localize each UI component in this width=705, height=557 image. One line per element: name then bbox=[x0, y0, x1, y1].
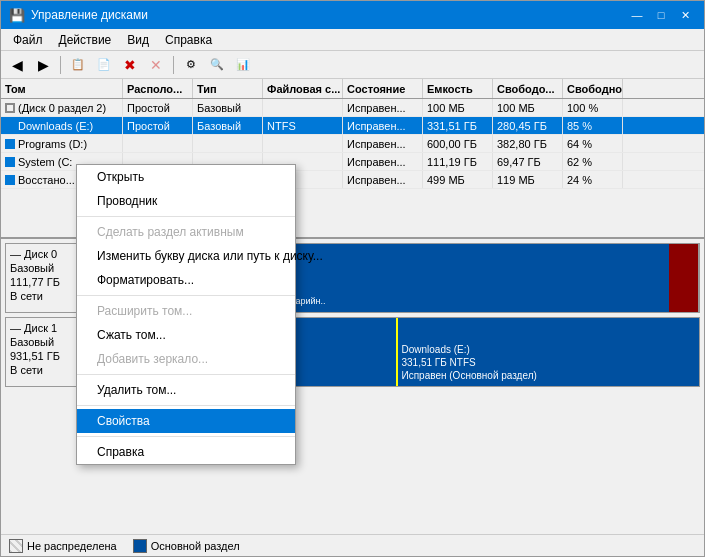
cm-open[interactable]: Открыть bbox=[77, 165, 295, 189]
td-state-3: Исправен... bbox=[343, 153, 423, 170]
header-tom: Том bbox=[1, 79, 123, 98]
legend-box-basic bbox=[133, 539, 147, 553]
volume-icon-0 bbox=[5, 103, 15, 113]
td-freep-3: 62 % bbox=[563, 153, 623, 170]
legend-unallocated: Не распределена bbox=[9, 539, 117, 553]
td-tom-0: (Диск 0 раздел 2) bbox=[1, 99, 123, 116]
td-free-0: 100 МБ bbox=[493, 99, 563, 116]
menu-view[interactable]: Вид bbox=[119, 31, 157, 49]
td-state-0: Исправен... bbox=[343, 99, 423, 116]
volume-icon-3 bbox=[5, 157, 15, 167]
forward-button[interactable]: ▶ bbox=[31, 54, 55, 76]
td-cap-1: 331,51 ГБ bbox=[423, 117, 493, 134]
action-button-1[interactable]: 📋 bbox=[66, 54, 90, 76]
td-state-1: Исправен... bbox=[343, 117, 423, 134]
td-typ-2 bbox=[193, 135, 263, 152]
td-tom-1: Downloads (E:) bbox=[1, 117, 123, 134]
td-tom-2: Programs (D:) bbox=[1, 135, 123, 152]
cm-sep-1 bbox=[77, 216, 295, 217]
td-fs-2 bbox=[263, 135, 343, 152]
volume-icon-2 bbox=[5, 139, 15, 149]
menu-help[interactable]: Справка bbox=[157, 31, 220, 49]
search-button[interactable]: 🔍 bbox=[205, 54, 229, 76]
legend-basic: Основной раздел bbox=[133, 539, 240, 553]
cm-format[interactable]: Форматировать... bbox=[77, 268, 295, 292]
delete-button[interactable]: ✖ bbox=[118, 54, 142, 76]
settings-button[interactable]: ⚙ bbox=[179, 54, 203, 76]
header-freep: Свободно % bbox=[563, 79, 623, 98]
toolbar: ◀ ▶ 📋 📄 ✖ ✕ ⚙ 🔍 📊 bbox=[1, 51, 704, 79]
cm-help[interactable]: Справка bbox=[77, 440, 295, 464]
td-rasp-1: Простой bbox=[123, 117, 193, 134]
toolbar-sep-1 bbox=[60, 56, 61, 74]
td-cap-2: 600,00 ГБ bbox=[423, 135, 493, 152]
cm-shrink[interactable]: Сжать том... bbox=[77, 323, 295, 347]
cm-sep-2 bbox=[77, 295, 295, 296]
header-state: Состояние bbox=[343, 79, 423, 98]
table-header: Том Располо... Тип Файловая с... Состоян… bbox=[1, 79, 704, 99]
header-cap: Емкость bbox=[423, 79, 493, 98]
td-freep-4: 24 % bbox=[563, 171, 623, 188]
td-freep-1: 85 % bbox=[563, 117, 623, 134]
cm-make-active: Сделать раздел активным bbox=[77, 220, 295, 244]
legend-box-unallocated bbox=[9, 539, 23, 553]
disk1-e-name: Downloads (E:) bbox=[402, 343, 696, 356]
volume-icon-1 bbox=[5, 121, 15, 131]
minimize-button[interactable]: — bbox=[626, 6, 648, 24]
cm-sep-3 bbox=[77, 374, 295, 375]
cm-change-letter[interactable]: Изменить букву диска или путь к диску... bbox=[77, 244, 295, 268]
cm-explorer[interactable]: Проводник bbox=[77, 189, 295, 213]
context-menu: Открыть Проводник Сделать раздел активны… bbox=[76, 164, 296, 465]
volume-icon-4 bbox=[5, 175, 15, 185]
td-free-3: 69,47 ГБ bbox=[493, 153, 563, 170]
td-typ-0: Базовый bbox=[193, 99, 263, 116]
td-free-1: 280,45 ГБ bbox=[493, 117, 563, 134]
main-window: 💾 Управление дисками — □ ✕ Файл Действие… bbox=[0, 0, 705, 557]
maximize-button[interactable]: □ bbox=[650, 6, 672, 24]
td-cap-0: 100 МБ bbox=[423, 99, 493, 116]
td-cap-4: 499 МБ bbox=[423, 171, 493, 188]
menu-file[interactable]: Файл bbox=[5, 31, 51, 49]
td-free-4: 119 МБ bbox=[493, 171, 563, 188]
disk1-e-extra: Исправен (Основной раздел) bbox=[402, 369, 696, 382]
disk1-e-text: Downloads (E:) 331,51 ГБ NTFS Исправен (… bbox=[402, 343, 696, 382]
td-freep-2: 64 % bbox=[563, 135, 623, 152]
table-row[interactable]: Programs (D:) Исправен... 600,00 ГБ 382,… bbox=[1, 135, 704, 153]
table-row[interactable]: Downloads (E:) Простой Базовый NTFS Испр… bbox=[1, 117, 704, 135]
menu-action[interactable]: Действие bbox=[51, 31, 120, 49]
legend-basic-label: Основной раздел bbox=[151, 540, 240, 552]
header-typ: Тип bbox=[193, 79, 263, 98]
legend-unallocated-label: Не распределена bbox=[27, 540, 117, 552]
cm-properties[interactable]: Свойства bbox=[77, 409, 295, 433]
cm-sep-4 bbox=[77, 405, 295, 406]
table-row[interactable]: (Диск 0 раздел 2) Простой Базовый Исправ… bbox=[1, 99, 704, 117]
td-freep-0: 100 % bbox=[563, 99, 623, 116]
title-bar: 💾 Управление дисками — □ ✕ bbox=[1, 1, 704, 29]
header-fs: Файловая с... bbox=[263, 79, 343, 98]
cm-extend: Расширить том... bbox=[77, 299, 295, 323]
cm-delete[interactable]: Удалить том... bbox=[77, 378, 295, 402]
cancel-button[interactable]: ✕ bbox=[144, 54, 168, 76]
main-content: Том Располо... Тип Файловая с... Состоян… bbox=[1, 79, 704, 534]
td-fs-1: NTFS bbox=[263, 117, 343, 134]
td-state-2: Исправен... bbox=[343, 135, 423, 152]
header-free: Свободо... bbox=[493, 79, 563, 98]
chart-button[interactable]: 📊 bbox=[231, 54, 255, 76]
header-rasp: Располо... bbox=[123, 79, 193, 98]
menu-bar: Файл Действие Вид Справка bbox=[1, 29, 704, 51]
td-free-2: 382,80 ГБ bbox=[493, 135, 563, 152]
action-button-2[interactable]: 📄 bbox=[92, 54, 116, 76]
title-bar-left: 💾 Управление дисками bbox=[9, 8, 148, 23]
td-state-4: Исправен... bbox=[343, 171, 423, 188]
app-icon: 💾 bbox=[9, 8, 25, 23]
close-button[interactable]: ✕ bbox=[674, 6, 696, 24]
td-rasp-0: Простой bbox=[123, 99, 193, 116]
back-button[interactable]: ◀ bbox=[5, 54, 29, 76]
td-cap-3: 111,19 ГБ bbox=[423, 153, 493, 170]
disk0-part-rec[interactable] bbox=[669, 244, 699, 312]
disk1-part-e[interactable]: Downloads (E:) 331,51 ГБ NTFS Исправен (… bbox=[398, 318, 700, 386]
title-controls: — □ ✕ bbox=[626, 6, 696, 24]
td-typ-1: Базовый bbox=[193, 117, 263, 134]
toolbar-sep-2 bbox=[173, 56, 174, 74]
cm-add-mirror: Добавить зеркало... bbox=[77, 347, 295, 371]
